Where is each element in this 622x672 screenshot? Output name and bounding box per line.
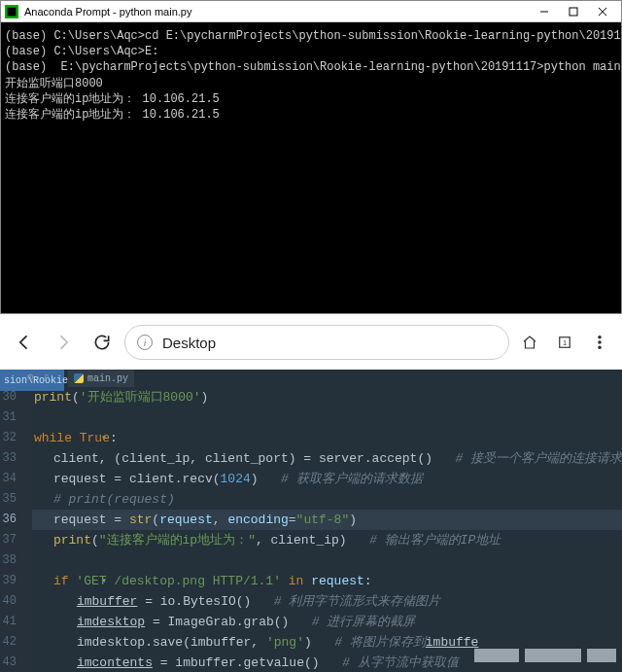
site-info-icon[interactable]: i (137, 335, 153, 350)
code-line[interactable]: request = str(request, encoding="utf-8") (32, 510, 622, 530)
terminal-line: 连接客户端的ip地址为： 10.106.21.5 (5, 107, 617, 123)
line-number: 39 (0, 571, 32, 591)
terminal-line: (base) C:\Users\Aqc>cd E:\pycharmProject… (5, 28, 617, 44)
svg-rect-3 (570, 8, 577, 16)
code-line[interactable]: imdesktop = ImageGrab.grab() # 进行屏幕的截屏 (32, 612, 622, 632)
browser-toolbar: i Desktop 1 (0, 315, 622, 370)
code-line[interactable]: client, (client_ip, client_port) = serve… (32, 448, 622, 469)
code-line[interactable]: imbuffer = io.BytesIO() # 利用字节流形式来存储图片 (32, 591, 622, 612)
terminal-line: (base) E:\pycharmProjects\python-submiss… (5, 59, 617, 75)
svg-point-8 (599, 336, 601, 338)
reload-button[interactable] (86, 326, 119, 359)
line-number: 43 (0, 653, 32, 672)
minimize-button[interactable] (530, 2, 559, 21)
code-line[interactable]: print('开始监听端口8000') (32, 387, 622, 407)
line-number: 35 (0, 489, 32, 510)
menu-button[interactable] (585, 328, 614, 357)
line-number: 37 (0, 530, 32, 550)
svg-point-9 (599, 341, 601, 343)
editor-status-blocks (474, 649, 616, 662)
line-number: 42 (0, 632, 32, 653)
code-line[interactable]: print("连接客户端的ip地址为：", client_ip) # 输出客户端… (32, 530, 622, 550)
terminal-titlebar[interactable]: Anaconda Prompt - python main.py (1, 1, 621, 22)
svg-point-10 (599, 346, 601, 348)
close-button[interactable] (588, 2, 617, 21)
line-number: 32 (0, 428, 32, 448)
url-text: Desktop (162, 335, 216, 351)
code-line[interactable]: request = client.recv(1024) # 获取客户端的请求数据 (32, 469, 622, 489)
line-number: 31 (0, 407, 32, 428)
code-line[interactable]: if 'GET /desktop.png HTTP/1.1' in reques… (32, 571, 622, 591)
forward-button[interactable] (47, 326, 80, 359)
terminal-line: 开始监听端口8000 (5, 76, 617, 91)
line-number: 40 (0, 591, 32, 612)
svg-text:1: 1 (563, 338, 567, 347)
code-line[interactable]: while True: (32, 428, 622, 448)
tabs-button[interactable]: 1 (550, 328, 579, 357)
code-area[interactable]: print('开始监听端口8000')while True:client, (c… (32, 370, 622, 672)
line-number: 36 (0, 510, 32, 530)
line-number: 41 (0, 612, 32, 632)
code-editor: sion\Rookie main.py ⚙ ⌕ 3031323334353637… (0, 370, 622, 672)
back-button[interactable] (8, 326, 41, 359)
terminal-line: 连接客户端的ip地址为： 10.106.21.5 (5, 91, 617, 107)
svg-rect-1 (8, 7, 17, 16)
line-number: 38 (0, 550, 32, 571)
anaconda-icon (5, 5, 18, 18)
terminal-title: Anaconda Prompt - python main.py (24, 6, 530, 18)
code-line[interactable] (32, 407, 622, 428)
line-number: 33 (0, 448, 32, 469)
line-number: 34 (0, 469, 32, 489)
code-line[interactable] (32, 550, 622, 571)
code-line[interactable]: # print(request) (32, 489, 622, 510)
url-bar[interactable]: i Desktop (124, 325, 509, 360)
terminal-window: Anaconda Prompt - python main.py (base) … (0, 0, 622, 314)
maximize-button[interactable] (559, 2, 588, 21)
line-gutter: 3031323334353637383940414243 (0, 370, 32, 672)
home-button[interactable] (515, 328, 544, 357)
terminal-line: (base) C:\Users\Aqc>E: (5, 44, 617, 59)
terminal-body[interactable]: (base) C:\Users\Aqc>cd E:\pycharmProject… (1, 22, 621, 128)
